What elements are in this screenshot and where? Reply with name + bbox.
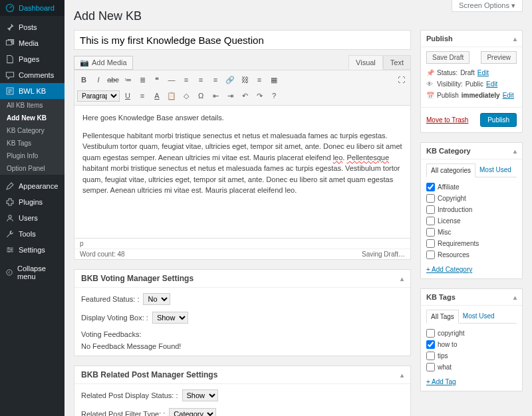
- tag-item[interactable]: what: [426, 362, 517, 373]
- display-voting-select[interactable]: Show: [152, 312, 188, 324]
- category-item[interactable]: Misc: [426, 227, 517, 238]
- hr-button[interactable]: —: [165, 73, 178, 86]
- menu-posts[interactable]: Posts: [0, 19, 65, 35]
- edit-status-link[interactable]: Edit: [477, 69, 489, 76]
- unlink-button[interactable]: ⛓: [238, 73, 251, 86]
- outdent-button[interactable]: ⇤: [209, 89, 222, 102]
- screen-options-tab[interactable]: Screen Options ▾: [452, 0, 523, 12]
- tab-text[interactable]: Text: [383, 55, 411, 70]
- submenu-plugin-info[interactable]: Plugin Info: [0, 150, 65, 162]
- save-draft-button[interactable]: Save Draft: [426, 51, 469, 64]
- category-item[interactable]: Requirements: [426, 238, 517, 249]
- menu-media[interactable]: Media: [0, 35, 65, 51]
- category-checkbox[interactable]: [426, 194, 435, 203]
- tag-checkbox[interactable]: [426, 329, 435, 338]
- submenu-kb-tags[interactable]: KB Tags: [0, 137, 65, 150]
- edit-schedule-link[interactable]: Edit: [503, 92, 514, 99]
- category-item[interactable]: Introduction: [426, 204, 517, 215]
- tab-all-categories[interactable]: All categories: [426, 163, 475, 177]
- menu-appearance[interactable]: Appearance: [0, 178, 65, 194]
- publish-button[interactable]: Publish: [480, 113, 517, 127]
- admin-sidebar: Dashboard Posts Media Pages Comments BWL…: [0, 0, 65, 416]
- tag-label: what: [438, 364, 452, 371]
- quote-button[interactable]: ❝: [150, 73, 164, 86]
- justify-button[interactable]: ≡: [136, 89, 149, 102]
- menu-tools[interactable]: Tools: [0, 226, 65, 242]
- related-box-header[interactable]: BKB Related Post Manager Settings▴: [74, 366, 410, 384]
- category-checkbox[interactable]: [426, 217, 435, 225]
- post-title-input[interactable]: [74, 30, 411, 50]
- menu-settings[interactable]: Settings: [0, 242, 65, 258]
- submenu-all-kb[interactable]: All KB Items: [0, 99, 65, 112]
- indent-button[interactable]: ⇥: [223, 89, 237, 102]
- strike-button[interactable]: abc: [106, 73, 120, 86]
- toolbar-toggle-button[interactable]: ▦: [267, 73, 281, 86]
- svg-point-6: [9, 251, 10, 253]
- align-right-button[interactable]: ≡: [209, 73, 222, 86]
- category-checkbox[interactable]: [426, 251, 435, 259]
- help-button[interactable]: ?: [267, 89, 281, 102]
- menu-plugins[interactable]: Plugins: [0, 194, 65, 210]
- ul-button[interactable]: ≔: [121, 73, 134, 86]
- align-center-button[interactable]: ≡: [194, 73, 207, 86]
- move-to-trash-link[interactable]: Move to Trash: [426, 116, 468, 124]
- format-select[interactable]: Paragraph: [77, 90, 120, 102]
- featured-status-select[interactable]: No: [143, 293, 170, 305]
- redo-button[interactable]: ↷: [253, 89, 266, 102]
- paste-text-button[interactable]: 📋: [165, 89, 178, 102]
- tab-visual[interactable]: Visual: [348, 55, 383, 70]
- category-item[interactable]: Resources: [426, 249, 517, 260]
- menu-users[interactable]: Users: [0, 210, 65, 226]
- tag-item[interactable]: how to: [426, 339, 517, 350]
- link-button[interactable]: 🔗: [223, 73, 237, 86]
- menu-bwl-kb[interactable]: BWL KB: [0, 83, 65, 99]
- category-item[interactable]: Copyright: [426, 193, 517, 204]
- related-display-select[interactable]: Show: [182, 389, 218, 401]
- tag-item[interactable]: tips: [426, 350, 517, 362]
- collapse-menu[interactable]: Collapse menu: [0, 261, 65, 284]
- textcolor-button[interactable]: A: [150, 89, 164, 102]
- submenu-kb-category[interactable]: KB Category: [0, 124, 65, 137]
- tag-checkbox[interactable]: [426, 340, 435, 349]
- media-icon: [5, 39, 15, 48]
- voting-box-header[interactable]: BKB Voting Manager Settings▴: [74, 270, 410, 288]
- tab-most-used-categories[interactable]: Most Used: [475, 163, 515, 177]
- submenu-add-new[interactable]: Add New KB: [0, 112, 65, 124]
- fullscreen-button[interactable]: ⛶: [394, 73, 408, 86]
- add-tag-link[interactable]: + Add Tag: [426, 377, 456, 387]
- category-checkbox[interactable]: [426, 239, 435, 248]
- edit-visibility-link[interactable]: Edit: [486, 80, 497, 88]
- category-item[interactable]: License: [426, 215, 517, 227]
- dashboard-icon: [5, 3, 15, 13]
- tag-checkbox[interactable]: [426, 363, 435, 371]
- tab-all-tags[interactable]: All Tags: [426, 310, 459, 324]
- preview-button[interactable]: Preview: [481, 51, 517, 64]
- category-checkbox[interactable]: [426, 183, 435, 191]
- align-left-button[interactable]: ≡: [180, 73, 193, 86]
- add-category-link[interactable]: + Add Category: [426, 264, 472, 274]
- italic-button[interactable]: I: [92, 73, 105, 86]
- more-button[interactable]: ≡: [253, 73, 266, 86]
- tag-item[interactable]: copyright: [426, 328, 517, 339]
- svg-point-3: [9, 215, 11, 218]
- special-char-button[interactable]: Ω: [194, 89, 207, 102]
- category-title: KB Category: [426, 147, 471, 155]
- editor-content[interactable]: Here goes Knowledge Base answer details.…: [74, 106, 411, 239]
- category-checkbox[interactable]: [426, 205, 435, 214]
- tab-most-used-tags[interactable]: Most Used: [459, 310, 499, 323]
- category-checkbox[interactable]: [426, 228, 435, 237]
- clear-format-button[interactable]: ◇: [180, 89, 193, 102]
- ol-button[interactable]: ≣: [136, 73, 149, 86]
- undo-button[interactable]: ↶: [238, 89, 251, 102]
- bold-button[interactable]: B: [77, 73, 90, 86]
- menu-comments[interactable]: Comments: [0, 67, 65, 83]
- menu-pages[interactable]: Pages: [0, 51, 65, 67]
- related-filter-select[interactable]: Category: [169, 408, 216, 416]
- add-media-button[interactable]: 📷Add Media: [74, 56, 133, 70]
- submenu-option-panel[interactable]: Option Panel: [0, 162, 65, 175]
- underline-button[interactable]: U: [121, 89, 134, 102]
- category-item[interactable]: Affiliate: [426, 181, 517, 193]
- menu-dashboard[interactable]: Dashboard: [0, 0, 65, 16]
- tag-checkbox[interactable]: [426, 352, 435, 360]
- related-settings-box: BKB Related Post Manager Settings▴ Relat…: [74, 365, 411, 416]
